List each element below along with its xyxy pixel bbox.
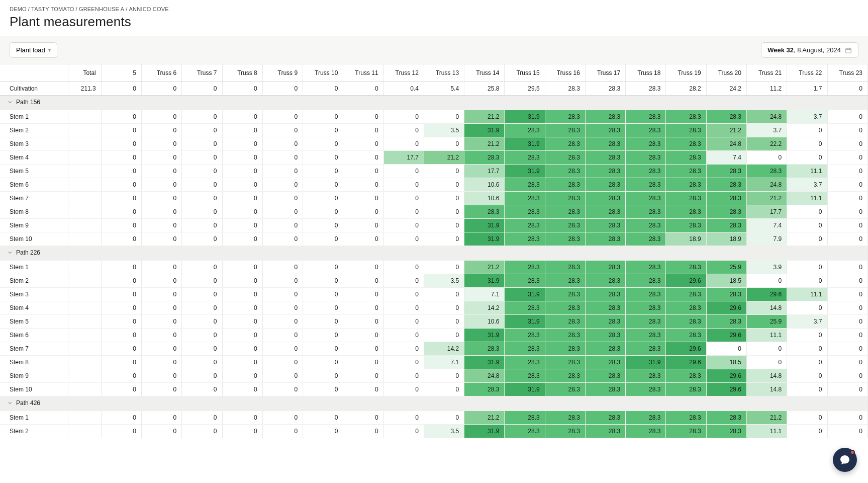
value-cell: 24.8 (706, 137, 746, 151)
path-group-label[interactable]: Path 226 (0, 246, 868, 261)
value-cell: 28.3 (505, 356, 545, 369)
value-cell: 0 (383, 165, 424, 178)
row-label: Stem 9 (0, 369, 68, 383)
value-cell: 28.3 (545, 124, 585, 137)
row-label: Stem 9 (0, 219, 68, 232)
column-header[interactable]: Truss 16 (545, 64, 585, 82)
value-cell: 28.3 (706, 425, 746, 438)
value-cell: 0 (262, 192, 303, 205)
column-header[interactable]: Truss 7 (182, 64, 222, 82)
column-header[interactable]: Truss 22 (787, 64, 827, 82)
column-header[interactable]: Truss 8 (222, 64, 262, 82)
column-header[interactable]: Truss 13 (424, 64, 464, 82)
value-cell: 25.8 (464, 82, 505, 96)
value-cell: 28.3 (585, 165, 625, 178)
path-group-label[interactable]: Path 156 (0, 96, 868, 110)
value-cell: 7.1 (424, 356, 464, 369)
value-cell: 0 (303, 329, 343, 342)
column-header[interactable]: Truss 12 (383, 64, 424, 82)
column-header[interactable]: Truss 11 (343, 64, 383, 82)
column-header[interactable]: 5 (101, 64, 141, 82)
value-cell: 28.3 (626, 369, 666, 383)
value-cell: 17.7 (383, 151, 424, 165)
table-scroll-region[interactable]: Total5Truss 6Truss 7Truss 8Truss 9Truss … (0, 64, 868, 474)
value-cell: 0 (383, 178, 424, 192)
value-cell: 18.5 (706, 274, 746, 288)
column-header[interactable]: Truss 20 (706, 64, 746, 82)
value-cell: 0 (343, 425, 383, 438)
column-header[interactable]: Truss 23 (827, 64, 867, 82)
value-cell: 28.3 (666, 124, 706, 137)
value-cell: 0 (383, 232, 424, 246)
column-header[interactable]: Truss 15 (505, 64, 545, 82)
column-header[interactable]: Truss 10 (303, 64, 343, 82)
path-group-label[interactable]: Path 426 (0, 396, 868, 411)
value-cell: 28.3 (746, 165, 787, 178)
value-cell: 24.2 (706, 82, 746, 96)
value-cell: 0 (101, 192, 141, 205)
breadcrumb-segment[interactable]: GREENHOUSE A (79, 6, 124, 12)
stem-row: Stem 600000000031.928.328.328.328.328.32… (0, 329, 868, 342)
value-cell: 0 (343, 137, 383, 151)
column-header[interactable]: Truss 17 (585, 64, 625, 82)
value-cell: 0 (182, 425, 222, 438)
value-cell: 28.3 (706, 192, 746, 205)
value-cell: 0 (303, 274, 343, 288)
column-header[interactable]: Truss 14 (464, 64, 505, 82)
value-cell: 0 (424, 232, 464, 246)
stem-row: Stem 900000000031.928.328.328.328.328.32… (0, 219, 868, 232)
expand-toggle[interactable]: Path 426 (7, 399, 40, 407)
value-cell: 0 (303, 110, 343, 124)
value-cell: 17.7 (464, 165, 505, 178)
value-cell: 0 (343, 356, 383, 369)
breadcrumb[interactable]: DEMO/TASTY TOMATO/GREENHOUSE A/ANNICO CO… (10, 6, 858, 12)
value-cell: 28.3 (545, 137, 585, 151)
stem-row: Stem 700000000010.628.328.328.328.328.32… (0, 192, 868, 205)
value-cell: 0 (182, 369, 222, 383)
total-cell (68, 425, 102, 438)
value-cell: 14.2 (424, 342, 464, 356)
row-label: Stem 2 (0, 124, 68, 137)
column-header[interactable]: Truss 9 (262, 64, 303, 82)
value-cell: 31.9 (626, 356, 666, 369)
chat-launcher[interactable] (833, 448, 857, 472)
value-cell: 0 (262, 315, 303, 329)
breadcrumb-segment[interactable]: TASTY TOMATO (31, 6, 74, 12)
value-cell: 0 (222, 301, 262, 315)
value-cell: 0 (262, 356, 303, 369)
plant-load-dropdown[interactable]: Plant load ▾ (10, 42, 57, 58)
path-group-row[interactable]: Path 426 (0, 396, 868, 411)
value-cell: 0 (142, 383, 182, 396)
total-cell (68, 301, 102, 315)
row-label: Stem 3 (0, 288, 68, 301)
total-cell (68, 288, 102, 301)
column-header[interactable]: Total (68, 64, 102, 82)
column-header[interactable]: Truss 21 (746, 64, 787, 82)
value-cell: 0 (787, 425, 827, 438)
expand-toggle[interactable]: Path 226 (7, 249, 40, 256)
column-header[interactable]: Truss 6 (142, 64, 182, 82)
path-group-row[interactable]: Path 226 (0, 246, 868, 261)
total-cell (68, 383, 102, 396)
value-cell: 14.8 (746, 369, 787, 383)
value-cell: 0 (303, 82, 343, 96)
column-header[interactable]: Truss 19 (666, 64, 706, 82)
value-cell: 0 (383, 219, 424, 232)
breadcrumb-segment[interactable]: DEMO (10, 6, 27, 12)
value-cell: 0 (827, 232, 867, 246)
value-cell: 28.3 (626, 165, 666, 178)
value-cell: 31.9 (464, 124, 505, 137)
breadcrumb-segment[interactable]: ANNICO COVE (129, 6, 169, 12)
path-group-row[interactable]: Path 156 (0, 96, 868, 110)
stem-row: Stem 100000000021.228.328.328.328.328.32… (0, 261, 868, 274)
value-cell: 7.9 (746, 232, 787, 246)
expand-toggle[interactable]: Path 156 (7, 99, 40, 106)
value-cell: 0 (101, 342, 141, 356)
value-cell: 0 (827, 425, 867, 438)
value-cell: 0 (424, 178, 464, 192)
stem-row: Stem 400000000014.228.328.328.328.328.32… (0, 301, 868, 315)
column-header[interactable]: Truss 18 (626, 64, 666, 82)
week-date-picker[interactable]: Week 32, 8 August, 2024 (761, 42, 858, 58)
value-cell: 0 (101, 315, 141, 329)
value-cell: 10.6 (464, 192, 505, 205)
